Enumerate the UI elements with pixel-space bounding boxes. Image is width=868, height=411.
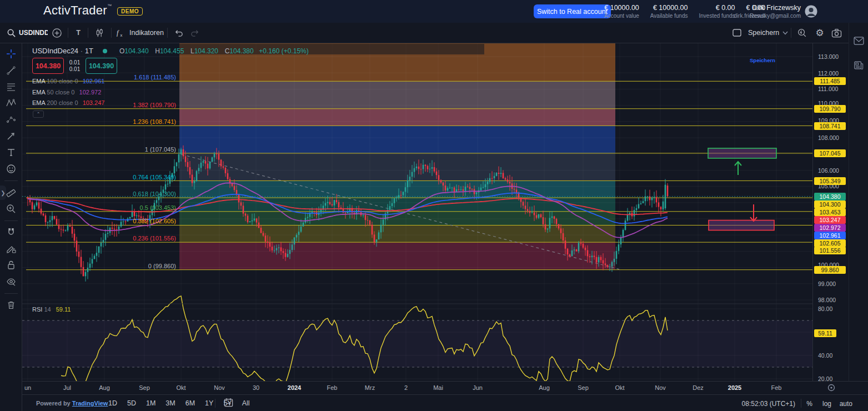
chart-plot-area[interactable]: USDIndDec24 · 1T O104.340 H104.455 L104.… bbox=[22, 43, 812, 381]
fib-retracement-icon bbox=[6, 81, 17, 92]
range-button-1m[interactable]: 1M bbox=[142, 398, 159, 408]
fib-label: 1.236 (108.741) bbox=[22, 118, 176, 125]
price-axis[interactable]: 113.000112.000111.000110.000109.000108.0… bbox=[812, 43, 849, 381]
layout-select-button[interactable] bbox=[731, 23, 742, 43]
tool-arrow-marker[interactable] bbox=[3, 128, 19, 144]
price-badge-level: 59.11 bbox=[814, 329, 836, 337]
drawing-lock-icon bbox=[6, 243, 17, 254]
toolbar-separator bbox=[68, 28, 68, 38]
tool-remove-drawings[interactable] bbox=[3, 297, 19, 313]
symbol-text: USDINDD bbox=[19, 29, 48, 37]
trade-annotations[interactable] bbox=[708, 148, 776, 230]
fib-label: 0.5 (103.453) bbox=[22, 204, 176, 211]
axis-label: 106.000 bbox=[818, 167, 839, 174]
scroll-to-realtime-button[interactable] bbox=[827, 383, 836, 394]
mail-button[interactable] bbox=[852, 34, 865, 47]
tool-text[interactable] bbox=[3, 144, 19, 160]
market-status-dot bbox=[103, 49, 107, 53]
tool-fib-lines[interactable] bbox=[3, 79, 19, 94]
settings-button[interactable]: ⚙ bbox=[814, 23, 826, 43]
symbol-search[interactable]: USDINDD bbox=[7, 23, 48, 43]
crosshair-icon bbox=[6, 48, 17, 59]
brand-logo: ActivTrader™ bbox=[43, 3, 112, 18]
price-badge-level: 108.741 bbox=[814, 122, 846, 130]
tool-hide-drawings[interactable] bbox=[3, 274, 19, 289]
tool-trend-line[interactable] bbox=[3, 63, 19, 78]
tool-lock-drawings[interactable] bbox=[3, 257, 19, 273]
tool-magnet[interactable] bbox=[3, 224, 19, 240]
fib-label: 0.618 (104.300) bbox=[22, 191, 176, 197]
tool-xabcd-pattern[interactable] bbox=[3, 96, 19, 111]
time-tick: Feb bbox=[327, 384, 338, 391]
stat-value: € 10000.00 bbox=[650, 4, 688, 12]
log-scale-button[interactable]: log bbox=[822, 400, 831, 408]
ema-legend-row-50[interactable]: EMA 50 close 0 102.972 bbox=[32, 89, 101, 96]
tool-crosshair[interactable] bbox=[3, 46, 19, 62]
indicators-label: Indikatoren bbox=[129, 29, 164, 37]
magnet-icon bbox=[6, 227, 17, 238]
price-badge-level: 103.453 bbox=[814, 208, 846, 216]
range-button-5d[interactable]: 5D bbox=[123, 398, 140, 408]
chart-symbol-title[interactable]: USDIndDec24 bbox=[32, 47, 78, 55]
session-clock[interactable]: 08:52:03 (UTC+1) bbox=[742, 400, 795, 408]
range-button-all[interactable]: All bbox=[238, 398, 254, 408]
quick-search-button[interactable] bbox=[796, 23, 808, 43]
time-axis[interactable]: unJulAugSepOktNov302024FebMrz2MaiJunAugS… bbox=[22, 381, 812, 394]
price-badge-level: 104.300 bbox=[814, 201, 846, 208]
compare-add-button[interactable] bbox=[51, 23, 63, 43]
gear-icon: ⚙ bbox=[815, 28, 824, 38]
sell-button[interactable]: 104.380 bbox=[32, 58, 64, 74]
switch-to-real-account-button[interactable]: Switch to Real account bbox=[534, 4, 611, 18]
time-tick: Feb bbox=[771, 384, 782, 391]
percent-scale-button[interactable]: % bbox=[806, 400, 812, 408]
avatar[interactable] bbox=[805, 5, 817, 18]
long-target-box bbox=[708, 148, 776, 158]
indicators-button[interactable]: fx Indikatoren bbox=[116, 23, 164, 43]
tradingview-link[interactable]: TradingView bbox=[72, 400, 108, 407]
camera-icon bbox=[831, 28, 842, 38]
interval-button[interactable]: T bbox=[73, 23, 84, 43]
tool-zoom-in[interactable] bbox=[3, 201, 19, 217]
undo-icon bbox=[174, 29, 183, 37]
tool-emoji[interactable] bbox=[3, 161, 19, 177]
screenshot-button[interactable] bbox=[830, 23, 843, 43]
layout-square-icon bbox=[732, 29, 741, 37]
time-tick: Mai bbox=[433, 384, 443, 391]
envelope-icon bbox=[854, 37, 864, 45]
calendar-icon bbox=[223, 397, 234, 408]
range-button-3m[interactable]: 3M bbox=[162, 398, 179, 408]
sidebar-divider bbox=[4, 220, 18, 221]
tool-forecast[interactable] bbox=[3, 112, 19, 127]
spread-bottom: 0.01 bbox=[69, 66, 80, 73]
legend-collapse-button[interactable]: ⌃ bbox=[33, 111, 44, 118]
user-block[interactable]: Dirk Friczewsky dirk.friczewsky@gmail.co… bbox=[727, 4, 801, 19]
tool-stay-drawing-mode[interactable] bbox=[3, 241, 19, 257]
sidebar-collapse-handle[interactable]: ❯ bbox=[0, 186, 6, 200]
time-tick: Jun bbox=[473, 384, 483, 391]
save-button[interactable]: Speichern bbox=[748, 23, 788, 43]
range-button-1d[interactable]: 1D bbox=[104, 398, 121, 408]
zoom-in-icon bbox=[6, 203, 17, 214]
undo-button[interactable] bbox=[172, 23, 184, 43]
candlestick-icon bbox=[94, 28, 104, 38]
text-tool-icon bbox=[6, 147, 17, 158]
axis-label: 111.000 bbox=[818, 86, 838, 92]
account-stat-1: € 10000.00 Available funds bbox=[650, 4, 688, 19]
stat-label: Available funds bbox=[650, 13, 688, 19]
range-button-6m[interactable]: 6M bbox=[182, 398, 199, 408]
go-to-date-button[interactable] bbox=[223, 397, 234, 409]
axis-label: 98.000 bbox=[818, 297, 836, 303]
axis-label: 80.00 bbox=[818, 305, 832, 312]
time-tick: Nov bbox=[214, 384, 225, 391]
buy-button[interactable]: 104.390 bbox=[86, 58, 117, 74]
news-button[interactable] bbox=[852, 59, 865, 71]
user-name: Dirk Friczewsky bbox=[727, 4, 801, 12]
svg-text:x: x bbox=[121, 33, 123, 38]
toolbar-separator bbox=[111, 28, 112, 38]
chart-style-button[interactable] bbox=[93, 23, 106, 43]
arrow-marker-icon bbox=[6, 131, 17, 142]
price-badge-level: 109.790 bbox=[814, 105, 846, 113]
redo-button[interactable] bbox=[189, 23, 201, 43]
price-chart-canvas bbox=[22, 43, 812, 381]
auto-scale-button[interactable]: auto bbox=[840, 400, 852, 408]
